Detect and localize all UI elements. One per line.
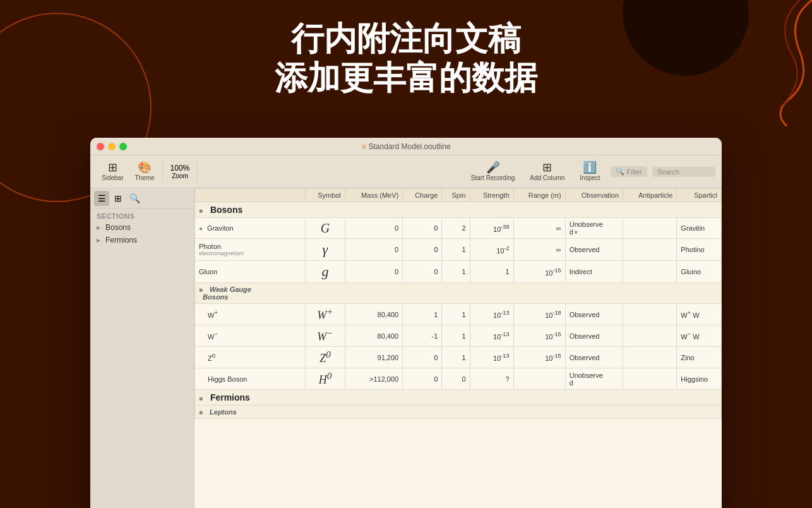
toolbar-left-group: ⊞ Sidebar 🎨 Theme bbox=[97, 159, 160, 184]
outline-table: Symbol Mass (MeV) Charge Spin Strength R… bbox=[194, 188, 722, 419]
row-antiparticle-wminus bbox=[623, 325, 677, 347]
search-box[interactable]: Search bbox=[652, 167, 715, 177]
theme-button[interactable]: 🎨 Theme bbox=[129, 159, 159, 184]
col-header-antiparticle[interactable]: Antiparticle bbox=[623, 189, 677, 202]
row-antiparticle-graviton bbox=[623, 218, 677, 239]
row-charge-graviton: 0 bbox=[403, 218, 442, 239]
grid-view-icon[interactable]: ⊞ bbox=[110, 191, 126, 206]
close-button[interactable] bbox=[97, 143, 104, 150]
maximize-button[interactable] bbox=[119, 143, 127, 150]
col-header-strength[interactable]: Strength bbox=[470, 189, 513, 202]
filter-box[interactable]: 🔍 Filter bbox=[611, 166, 647, 177]
row-range-gluon: 10-15 bbox=[513, 261, 565, 283]
row-charge-gluon: 0 bbox=[403, 261, 442, 283]
row-mass-z0: 91,200 bbox=[345, 347, 402, 368]
hero-line2: 添加更丰富的数据 bbox=[0, 58, 812, 97]
row-observation-photon: Observed bbox=[565, 239, 623, 261]
row-sparticle-wplus: W+ W bbox=[677, 304, 722, 325]
row-symbol-photon: γ bbox=[306, 239, 345, 261]
start-recording-button[interactable]: 🎤 Start Recording bbox=[466, 159, 520, 184]
row-strength-photon: 10-2 bbox=[470, 239, 513, 261]
row-charge-z0: 0 bbox=[403, 347, 442, 368]
file-icon: ≡ bbox=[361, 142, 366, 151]
row-sparticle-gluon: Gluino bbox=[677, 261, 722, 283]
row-name-wplus: W+ bbox=[195, 304, 306, 325]
table-row-higgs[interactable]: Higgs Boson H0 >112,000 0 0 ? Unobserved… bbox=[195, 368, 722, 390]
row-spin-z0: 1 bbox=[442, 347, 470, 368]
list-view-icon[interactable]: ☰ bbox=[94, 191, 109, 206]
table-area: Symbol Mass (MeV) Charge Spin Strength R… bbox=[194, 188, 722, 508]
table-row-gluon[interactable]: Gluon g 0 0 1 1 10-15 Indirect Gluino bbox=[195, 261, 722, 283]
search-sidebar-icon[interactable]: 🔍 bbox=[127, 191, 142, 206]
sidebar-icon: ⊞ bbox=[108, 162, 117, 173]
col-header-symbol[interactable]: Symbol bbox=[306, 189, 345, 202]
row-mass-wplus: 80,400 bbox=[345, 304, 402, 325]
row-name-z0: Z0 bbox=[195, 347, 306, 368]
table-row-photon[interactable]: Photon electromagnetism γ 0 0 1 10-2 ∞ O… bbox=[195, 239, 722, 261]
row-range-photon: ∞ bbox=[513, 239, 565, 261]
col-header-observation[interactable]: Observation bbox=[565, 189, 623, 202]
section-name-bosons: ■ Bosons bbox=[195, 202, 722, 218]
toolbar-right-group: 🎤 Start Recording ⊞ Add Column ℹ️ Inspec… bbox=[466, 159, 715, 184]
sidebar-item-fermions[interactable]: ▶ Fermions bbox=[90, 234, 194, 246]
add-column-icon: ⊞ bbox=[542, 162, 552, 173]
add-column-button[interactable]: ⊞ Add Column bbox=[525, 159, 570, 184]
row-strength-z0: 10-13 bbox=[470, 347, 513, 368]
col-header-mass[interactable]: Mass (MeV) bbox=[345, 189, 402, 202]
row-range-wminus: 10-15 bbox=[513, 325, 565, 347]
col-header-name bbox=[195, 189, 306, 202]
table-row-wminus[interactable]: W− W− 80,400 -1 1 10-13 10-15 Observed W… bbox=[195, 325, 722, 347]
col-header-charge[interactable]: Charge bbox=[403, 189, 442, 202]
col-header-sparticle[interactable]: Sparticl bbox=[677, 189, 722, 202]
table-row-wplus[interactable]: W+ W+ 80,400 1 1 10-13 10-18 Observed W+… bbox=[195, 304, 722, 325]
row-strength-wplus: 10-13 bbox=[470, 304, 513, 325]
row-symbol-graviton: G bbox=[306, 218, 345, 239]
row-antiparticle-photon bbox=[623, 239, 677, 261]
row-symbol-z0: Z0 bbox=[306, 347, 345, 368]
row-sparticle-higgs: Higgsino bbox=[677, 368, 722, 390]
row-name-wminus: W− bbox=[195, 325, 306, 347]
row-strength-wminus: 10-13 bbox=[470, 325, 513, 347]
table-row-graviton[interactable]: ● Graviton G 0 0 2 10-38 ∞ Unobserved▼ G… bbox=[195, 218, 722, 239]
row-spin-wplus: 1 bbox=[442, 304, 470, 325]
row-observation-gluon: Indirect bbox=[565, 261, 623, 283]
sidebar-item-bosons[interactable]: ▶ Bosons bbox=[90, 221, 194, 234]
row-range-higgs bbox=[513, 368, 565, 390]
subsection-row-leptons: ■ Leptons bbox=[195, 406, 722, 419]
inspect-button[interactable]: ℹ️ Inspect bbox=[575, 159, 605, 184]
row-symbol-gluon: g bbox=[306, 261, 345, 283]
table-header-row: Symbol Mass (MeV) Charge Spin Strength R… bbox=[195, 189, 722, 202]
row-spin-higgs: 0 bbox=[442, 368, 470, 390]
row-range-graviton: ∞ bbox=[513, 218, 565, 239]
row-spin-photon: 1 bbox=[442, 239, 470, 261]
row-mass-wminus: 80,400 bbox=[345, 325, 402, 347]
hero-section: 行内附注向文稿 添加更丰富的数据 bbox=[0, 19, 812, 98]
row-strength-higgs: ? bbox=[470, 368, 513, 390]
section-name-fermions: ■ Fermions bbox=[195, 390, 722, 406]
subsection-row-weak: ■ Weak Gauge Bosons bbox=[195, 283, 722, 304]
row-range-wplus: 10-18 bbox=[513, 304, 565, 325]
toolbar: ⊞ Sidebar 🎨 Theme 100% Zoom 🎤 Start Reco… bbox=[90, 155, 722, 188]
row-name-gluon: Gluon bbox=[195, 261, 306, 283]
row-antiparticle-z0 bbox=[623, 347, 677, 368]
minimize-button[interactable] bbox=[108, 143, 116, 150]
table-row-z0[interactable]: Z0 Z0 91,200 0 1 10-13 10-15 Observed Zi… bbox=[195, 347, 722, 368]
row-spin-graviton: 2 bbox=[442, 218, 470, 239]
col-header-range[interactable]: Range (m) bbox=[513, 189, 565, 202]
zoom-control[interactable]: 100% Zoom bbox=[165, 161, 195, 182]
row-sparticle-z0: Zino bbox=[677, 347, 722, 368]
expand-arrow-bosons: ▶ bbox=[97, 225, 103, 231]
col-header-spin[interactable]: Spin bbox=[442, 189, 470, 202]
row-spin-gluon: 1 bbox=[442, 261, 470, 283]
row-strength-graviton: 10-38 bbox=[470, 218, 513, 239]
row-sparticle-wminus: W− W bbox=[677, 325, 722, 347]
photon-annotation: electromagnetism bbox=[199, 250, 301, 257]
section-row-bosons: ■ Bosons bbox=[195, 202, 722, 218]
row-antiparticle-higgs bbox=[623, 368, 677, 390]
row-antiparticle-gluon bbox=[623, 261, 677, 283]
row-strength-gluon: 1 bbox=[470, 261, 513, 283]
expand-arrow-fermions: ▶ bbox=[97, 238, 103, 243]
app-window: ≡ Standard Model.ooutline ⊞ Sidebar 🎨 Th… bbox=[90, 138, 722, 508]
row-antiparticle-wplus bbox=[623, 304, 677, 325]
sidebar-button[interactable]: ⊞ Sidebar bbox=[97, 159, 128, 184]
